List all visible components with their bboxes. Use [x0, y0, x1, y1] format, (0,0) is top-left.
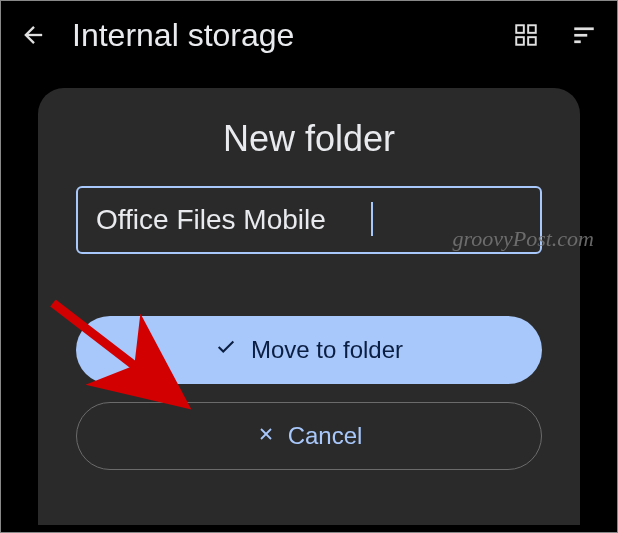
grid-view-icon[interactable]: [506, 15, 546, 55]
close-x-icon: [256, 422, 276, 450]
new-folder-dialog: New folder Move to folder Cancel: [38, 88, 580, 525]
page-title: Internal storage: [72, 17, 488, 54]
sort-icon[interactable]: [564, 15, 604, 55]
primary-button-label: Move to folder: [251, 336, 403, 364]
svg-rect-4: [574, 27, 594, 30]
dialog-title: New folder: [76, 118, 542, 160]
check-icon: [215, 336, 237, 364]
back-arrow-icon[interactable]: [14, 15, 54, 55]
app-header: Internal storage: [0, 0, 618, 70]
cancel-button-label: Cancel: [288, 422, 363, 450]
folder-name-input[interactable]: [96, 204, 522, 236]
svg-rect-1: [528, 25, 536, 33]
svg-rect-6: [574, 40, 581, 43]
move-to-folder-button[interactable]: Move to folder: [76, 316, 542, 384]
svg-rect-3: [528, 37, 536, 45]
folder-name-input-wrapper[interactable]: [76, 186, 542, 254]
text-cursor: [371, 202, 373, 236]
cancel-button[interactable]: Cancel: [76, 402, 542, 470]
svg-rect-2: [516, 37, 524, 45]
svg-rect-5: [574, 34, 587, 37]
svg-rect-0: [516, 25, 524, 33]
